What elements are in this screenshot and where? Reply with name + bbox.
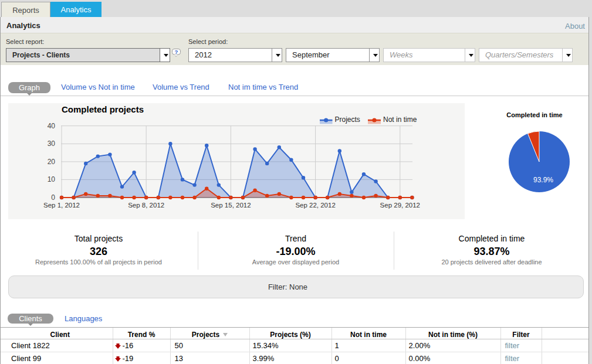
- svg-text:20: 20: [48, 158, 56, 166]
- svg-text:30: 30: [48, 140, 56, 148]
- svg-text:Projects: Projects: [335, 115, 360, 124]
- svg-text:Sep 22, 2012: Sep 22, 2012: [295, 202, 335, 209]
- svg-text:Sep 8, 2012: Sep 8, 2012: [128, 202, 164, 209]
- svg-text:10: 10: [48, 175, 56, 183]
- svg-text:Sep 15, 2012: Sep 15, 2012: [211, 202, 251, 209]
- svg-text:Not in time: Not in time: [383, 115, 417, 124]
- svg-text:40: 40: [48, 122, 56, 130]
- svg-text:0: 0: [51, 193, 55, 202]
- svg-text:93.9%: 93.9%: [533, 176, 553, 184]
- svg-text:Sep 29, 2012: Sep 29, 2012: [380, 202, 420, 209]
- svg-text:?: ?: [175, 49, 178, 55]
- svg-text:Sep 1, 2012: Sep 1, 2012: [43, 202, 80, 209]
